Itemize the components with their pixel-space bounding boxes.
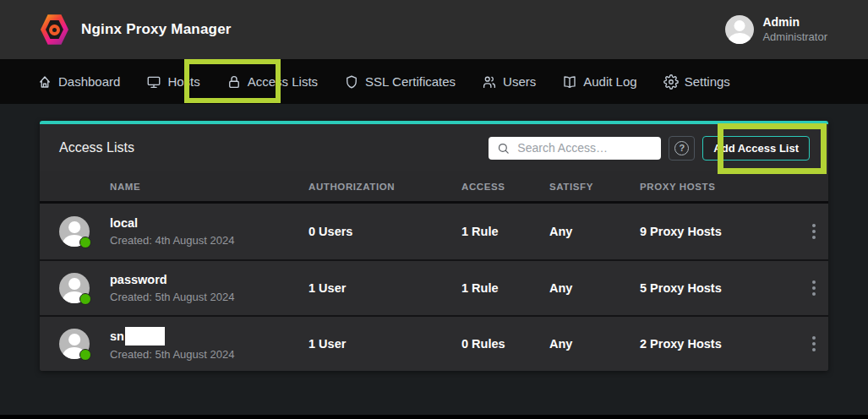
nav-item-ssl-certificates[interactable]: SSL Certificates bbox=[344, 74, 456, 90]
nav-item-label: Hosts bbox=[167, 74, 199, 89]
book-icon bbox=[562, 74, 577, 90]
panel-title: Access Lists bbox=[59, 140, 134, 155]
authorization-cell: 1 User bbox=[308, 281, 461, 295]
user-name: Admin bbox=[762, 15, 827, 30]
logo-ring bbox=[49, 24, 60, 35]
menu-cell bbox=[799, 275, 828, 301]
column-header-authorization: AUTHORIZATION bbox=[308, 182, 461, 192]
status-dot bbox=[79, 237, 91, 248]
row-menu-button[interactable] bbox=[807, 219, 821, 244]
users-icon bbox=[482, 74, 497, 90]
menu-cell bbox=[799, 331, 828, 356]
panel-actions: ? Add Access List bbox=[489, 136, 810, 161]
table-row[interactable]: password Created: 5th August 2024 1 User… bbox=[40, 259, 828, 315]
npm-logo-icon bbox=[41, 14, 68, 46]
nav-item-hosts[interactable]: Hosts bbox=[146, 74, 199, 90]
home-icon bbox=[37, 74, 52, 90]
column-header-satisfy: SATISFY bbox=[549, 182, 640, 192]
question-mark-icon: ? bbox=[674, 141, 689, 155]
created-date: Created: 5th August 2024 bbox=[110, 291, 234, 303]
column-header-name: NAME bbox=[40, 182, 308, 192]
created-date: Created: 5th August 2024 bbox=[110, 348, 234, 361]
shield-icon bbox=[344, 74, 359, 90]
name-wrap: password Created: 5th August 2024 bbox=[110, 273, 234, 302]
access-list-name: local bbox=[110, 216, 234, 231]
name-wrap: local Created: 4th August 2024 bbox=[110, 216, 234, 246]
user-text: Admin Administrator bbox=[762, 15, 827, 44]
satisfy-cell: Any bbox=[549, 225, 640, 238]
nav-item-label: Dashboard bbox=[58, 74, 120, 89]
user-menu[interactable]: Admin Administrator bbox=[725, 15, 827, 44]
access-cell: 1 Rule bbox=[461, 281, 549, 295]
table-row[interactable]: sn Created: 5th August 2024 1 User 0 Rul… bbox=[40, 315, 828, 371]
access-list-name: password bbox=[110, 273, 234, 287]
help-button[interactable]: ? bbox=[669, 136, 695, 161]
access-list-name-text: sn bbox=[110, 329, 124, 343]
table-row[interactable]: local Created: 4th August 2024 0 Users 1… bbox=[40, 204, 828, 259]
row-menu-button[interactable] bbox=[807, 331, 821, 356]
name-wrap: sn Created: 5th August 2024 bbox=[110, 327, 234, 361]
created-date: Created: 4th August 2024 bbox=[110, 234, 234, 247]
monitor-icon bbox=[146, 74, 161, 90]
access-cell: 0 Rules bbox=[461, 337, 549, 351]
nav-item-access-lists[interactable]: Access Lists bbox=[227, 74, 318, 90]
main-nav: Dashboard Hosts Access Lists SSL Certifi… bbox=[0, 59, 868, 104]
access-lists-panel: Access Lists ? Add Access List NAME AUTH… bbox=[40, 121, 828, 371]
row-avatar bbox=[59, 273, 90, 303]
proxy-hosts-cell: 5 Proxy Hosts bbox=[640, 281, 799, 295]
row-menu-button[interactable] bbox=[807, 275, 821, 301]
table-header: NAME AUTHORIZATION ACCESS SATISFY PROXY … bbox=[40, 171, 828, 204]
nav-item-users[interactable]: Users bbox=[482, 74, 536, 90]
add-access-list-button[interactable]: Add Access List bbox=[702, 136, 810, 161]
lock-icon bbox=[227, 74, 242, 90]
status-dot bbox=[79, 293, 91, 305]
satisfy-cell: Any bbox=[549, 337, 640, 351]
nav-item-audit-log[interactable]: Audit Log bbox=[562, 74, 636, 90]
bottom-strip bbox=[0, 415, 868, 419]
nav-item-label: Settings bbox=[685, 74, 730, 89]
user-avatar bbox=[725, 15, 754, 44]
proxy-hosts-cell: 9 Proxy Hosts bbox=[640, 225, 799, 238]
nav-item-settings[interactable]: Settings bbox=[663, 74, 730, 90]
row-avatar bbox=[59, 216, 90, 247]
access-cell: 1 Rule bbox=[461, 225, 549, 238]
name-cell: password Created: 5th August 2024 bbox=[40, 273, 308, 303]
access-list-name: sn bbox=[110, 327, 234, 346]
menu-cell bbox=[799, 219, 828, 244]
app-title: Nginx Proxy Manager bbox=[81, 21, 232, 38]
nav-item-label: Audit Log bbox=[583, 74, 636, 89]
app-header: Nginx Proxy Manager Admin Administrator bbox=[0, 0, 868, 59]
nav-item-dashboard[interactable]: Dashboard bbox=[37, 74, 120, 90]
row-avatar bbox=[59, 329, 90, 359]
name-cell: sn Created: 5th August 2024 bbox=[40, 327, 308, 361]
search-icon bbox=[497, 142, 510, 155]
user-role: Administrator bbox=[762, 30, 827, 44]
gear-icon bbox=[663, 74, 679, 90]
proxy-hosts-cell: 2 Proxy Hosts bbox=[640, 337, 799, 351]
search-box bbox=[489, 137, 661, 160]
search-input[interactable] bbox=[517, 141, 652, 155]
authorization-cell: 1 User bbox=[308, 337, 461, 351]
authorization-cell: 0 Users bbox=[308, 225, 461, 238]
nav-item-label: Users bbox=[503, 74, 536, 89]
redaction-box bbox=[125, 327, 165, 346]
column-header-proxy-hosts: PROXY HOSTS bbox=[640, 182, 799, 192]
name-cell: local Created: 4th August 2024 bbox=[40, 216, 308, 247]
satisfy-cell: Any bbox=[549, 281, 640, 295]
nav-item-label: SSL Certificates bbox=[365, 74, 456, 89]
panel-header: Access Lists ? Add Access List bbox=[40, 124, 828, 171]
column-header-access: ACCESS bbox=[461, 182, 549, 192]
nav-item-label: Access Lists bbox=[248, 74, 318, 89]
brand: Nginx Proxy Manager bbox=[41, 14, 232, 46]
status-dot bbox=[79, 349, 91, 361]
